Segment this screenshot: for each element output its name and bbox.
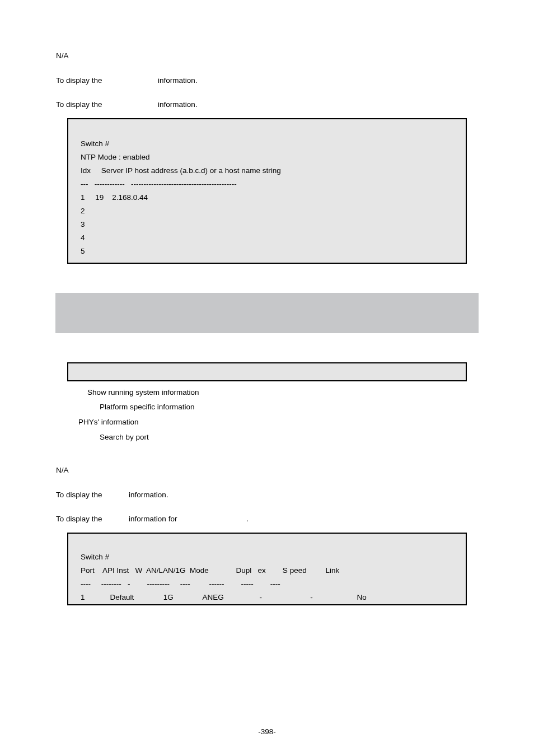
code-line: 3	[81, 220, 85, 228]
command-block	[67, 362, 467, 381]
code-line: Port API Inst W AN/LAN/1G Mode Dupl ex S…	[81, 566, 339, 575]
display-line-1-post: information.	[158, 76, 198, 85]
display-line-4: To display the information for .	[56, 514, 478, 525]
code-line: NTP Mode : enabled	[81, 153, 150, 161]
desc-line-1: Show running system information	[56, 387, 478, 398]
code-line: 4	[81, 234, 85, 242]
desc-line-3: PHYs' information	[56, 417, 478, 428]
code-line: 1 19 2.168.0.44	[81, 193, 148, 202]
display-line-4-pre: To display the	[56, 515, 102, 523]
code-line: Switch #	[81, 553, 109, 561]
desc-line-2: Platform specific information	[56, 402, 478, 413]
display-line-3-post: information.	[129, 491, 168, 499]
na-text: N/A	[56, 50, 478, 62]
code-block-ntp: Switch # NTP Mode : enabled Idx Server I…	[67, 118, 467, 264]
code-line: --- ------------ -----------------------…	[81, 180, 237, 188]
display-line-4-mid: information for	[129, 515, 177, 523]
code-line: Switch #	[81, 139, 109, 148]
page-number: -398-	[0, 727, 534, 736]
display-line-2: To display the information.	[56, 99, 478, 110]
code-line: Idx Server IP host address (a.b.c.d) or …	[81, 166, 281, 175]
desc-line-4: Search by port	[56, 432, 478, 443]
display-line-1-pre: To display the	[56, 76, 102, 85]
code-line: 1 Default 1G ANEG - - No	[81, 593, 367, 601]
display-line-1: To display the information.	[56, 75, 478, 86]
section-bar	[55, 293, 479, 333]
code-line: 5	[81, 247, 85, 255]
code-line: 2	[81, 207, 85, 215]
na-text-2: N/A	[56, 465, 478, 476]
code-block-port: Switch # Port API Inst W AN/LAN/1G Mode …	[67, 533, 467, 605]
page-root: N/A To display the information. To displ…	[0, 0, 534, 756]
display-line-2-post: information.	[158, 100, 198, 109]
display-line-4-post: .	[246, 515, 249, 523]
display-line-3: To display the information.	[56, 489, 478, 501]
display-line-3-pre: To display the	[56, 491, 102, 499]
code-line: ---- -------- - --------- ---- ------ --…	[81, 580, 280, 588]
display-line-2-pre: To display the	[56, 100, 102, 109]
